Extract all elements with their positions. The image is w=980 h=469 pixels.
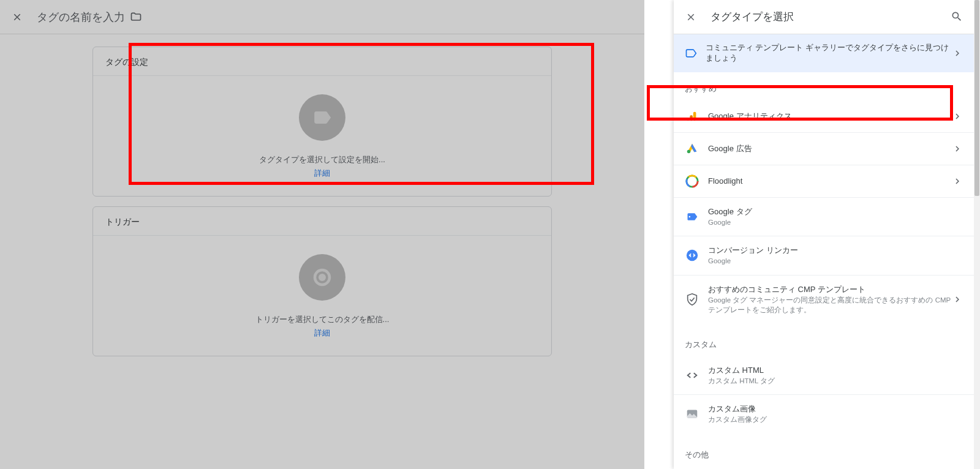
tag-type-row[interactable]: ABAB TASTY Generic TagAB TASTY — [674, 467, 974, 470]
tag-row-text: Google アナリティクス — [708, 111, 952, 122]
tag-config-placeholder: タグタイプを選択して設定を開始... — [259, 154, 385, 165]
tag-row-title: Google アナリティクス — [708, 111, 952, 122]
folder-icon[interactable] — [130, 11, 142, 23]
tag-outline-icon — [685, 47, 697, 59]
selector-header: タグタイプを選択 — [674, 0, 974, 34]
tag-row-text: カスタム画像カスタム画像タグ — [708, 403, 963, 424]
linker-icon — [685, 248, 699, 263]
tag-row-text: Google 広告 — [708, 143, 952, 154]
image-icon — [685, 407, 699, 421]
close-editor-button[interactable] — [10, 10, 24, 24]
gtag-icon — [685, 209, 699, 224]
tag-row-text: カスタム HTMLカスタム HTML タグ — [708, 365, 963, 386]
tag-row-title: Floodlight — [708, 176, 952, 187]
tag-row-title: Google 広告 — [708, 143, 952, 154]
code-icon — [685, 368, 699, 383]
tag-type-row[interactable]: コンバージョン リンカーGoogle — [674, 236, 974, 275]
tag-row-subtitle: カスタム画像タグ — [708, 415, 963, 424]
tag-type-row[interactable]: Google 広告 — [674, 133, 974, 165]
other-list: ABAB TASTY Generic TagAB TASTYAdometryAd… — [674, 467, 974, 470]
close-selector-button[interactable] — [684, 10, 698, 24]
svg-point-10 — [689, 216, 691, 218]
trigger-card[interactable]: トリガー トリガーを選択してこのタグを配信... 詳細 — [92, 206, 552, 356]
close-icon — [685, 12, 696, 23]
tag-type-row[interactable]: Google アナリティクス — [674, 100, 974, 133]
section-recommended: おすすめ — [674, 72, 974, 100]
tag-editor-panel: タグの名前を入力 タグの設定 タグタイプを選択して設定を開始... 詳細 トリガ… — [0, 0, 644, 469]
ga-icon — [685, 109, 699, 124]
svg-point-11 — [687, 250, 698, 261]
trigger-detail-link[interactable]: 詳細 — [314, 328, 330, 339]
tag-row-text: コンバージョン リンカーGoogle — [708, 245, 963, 266]
tag-row-title: コンバージョン リンカー — [708, 245, 963, 256]
tag-config-body[interactable]: タグタイプを選択して設定を開始... 詳細 — [93, 75, 551, 196]
tag-row-subtitle: Google タグ マネージャーの同意設定と高度に統合できるおすすめの CMP … — [708, 295, 952, 315]
tag-row-subtitle: Google — [708, 256, 963, 266]
trigger-icon — [299, 254, 345, 301]
custom-list: カスタム HTMLカスタム HTML タグカスタム画像カスタム画像タグ — [674, 356, 974, 433]
editor-content: タグの設定 タグタイプを選択して設定を開始... 詳細 トリガー トリガーを選択… — [0, 34, 644, 378]
section-custom: カスタム — [674, 328, 974, 356]
tag-name-input[interactable]: タグの名前を入力 — [37, 10, 125, 24]
shield-icon — [685, 292, 699, 307]
scrollbar-thumb[interactable] — [974, 0, 979, 196]
floodlight-icon — [685, 174, 699, 189]
search-icon — [951, 10, 963, 23]
svg-rect-2 — [693, 112, 696, 121]
svg-rect-3 — [690, 115, 693, 121]
svg-point-4 — [687, 118, 690, 121]
tag-row-subtitle: Google — [708, 217, 963, 227]
trigger-body[interactable]: トリガーを選択してこのタグを配信... 詳細 — [93, 235, 551, 356]
trigger-header: トリガー — [93, 207, 551, 235]
gads-icon — [685, 141, 699, 156]
tag-row-title: カスタム画像 — [708, 403, 963, 415]
tag-type-row[interactable]: Floodlight — [674, 165, 974, 198]
editor-header: タグの名前を入力 — [0, 0, 644, 34]
search-button[interactable] — [951, 10, 964, 24]
tag-row-text: Google タグGoogle — [708, 206, 963, 227]
tag-row-title: Google タグ — [708, 206, 963, 217]
tag-type-row[interactable]: Google タグGoogle — [674, 198, 974, 236]
chevron-right-icon — [952, 48, 963, 59]
trigger-placeholder: トリガーを選択してこのタグを配信... — [255, 314, 390, 325]
recommended-list: Google アナリティクスGoogle 広告FloodlightGoogle … — [674, 100, 974, 323]
tag-row-title: カスタム HTML — [708, 365, 963, 376]
tag-row-title: おすすめのコミュニティ CMP テンプレート — [708, 284, 952, 295]
community-gallery-banner[interactable]: コミュニティ テンプレート ギャラリーでタグタイプをさらに見つけましょう — [674, 34, 974, 72]
tag-type-row[interactable]: おすすめのコミュニティ CMP テンプレートGoogle タグ マネージャーの同… — [674, 276, 974, 323]
tag-row-text: おすすめのコミュニティ CMP テンプレートGoogle タグ マネージャーの同… — [708, 284, 952, 315]
tag-row-text: Floodlight — [708, 176, 952, 187]
tag-config-header: タグの設定 — [93, 47, 551, 75]
svg-point-1 — [318, 274, 326, 281]
chevron-right-icon — [952, 143, 963, 154]
scrollbar-track[interactable] — [974, 0, 980, 469]
tag-row-subtitle: カスタム HTML タグ — [708, 376, 963, 386]
chevron-right-icon — [952, 176, 963, 187]
section-other: その他 — [674, 438, 974, 467]
tag-type-icon — [299, 94, 345, 141]
tag-config-detail-link[interactable]: 詳細 — [314, 168, 330, 179]
tag-type-row[interactable]: カスタム HTMLカスタム HTML タグ — [674, 356, 974, 395]
selector-title: タグタイプを選択 — [710, 10, 951, 24]
tag-type-row[interactable]: カスタム画像カスタム画像タグ — [674, 395, 974, 433]
chevron-right-icon — [952, 294, 963, 305]
chevron-right-icon — [952, 111, 963, 122]
tag-type-selector-panel: タグタイプを選択 コミュニティ テンプレート ギャラリーでタグタイプをさらに見つ… — [674, 0, 974, 469]
community-banner-text: コミュニティ テンプレート ギャラリーでタグタイプをさらに見つけましょう — [706, 43, 952, 64]
tag-config-card[interactable]: タグの設定 タグタイプを選択して設定を開始... 詳細 — [92, 47, 552, 197]
svg-point-5 — [687, 150, 691, 154]
close-icon — [12, 12, 23, 23]
